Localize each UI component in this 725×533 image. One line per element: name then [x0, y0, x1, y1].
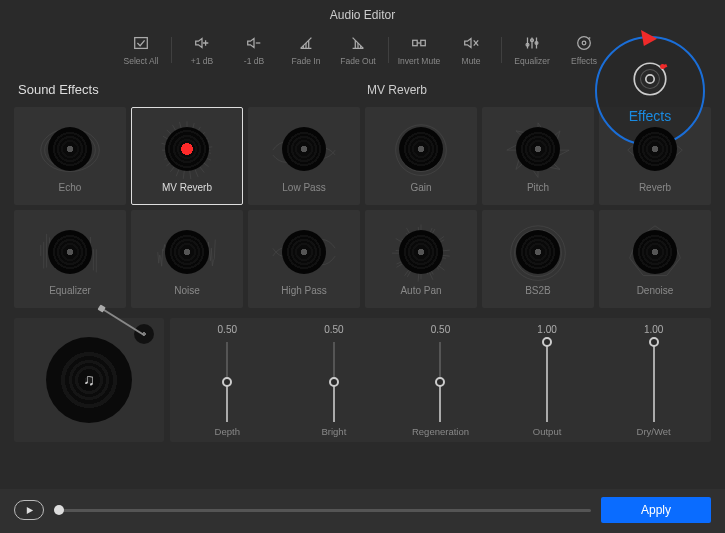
effect-label: MV Reverb	[162, 182, 212, 193]
toolbar-label: Fade In	[292, 56, 321, 66]
effect-high-pass[interactable]: High Pass	[248, 210, 360, 308]
toolbar-effects[interactable]: Effects	[562, 34, 606, 66]
vinyl-icon	[48, 230, 92, 274]
volume-up-icon	[193, 34, 211, 54]
slider-track[interactable]	[226, 342, 228, 422]
volume-down-icon	[245, 34, 263, 54]
slider-thumb[interactable]	[649, 337, 659, 347]
slider-value: 1.00	[537, 324, 556, 338]
effect-thumbnail	[382, 219, 460, 285]
slider-fill	[226, 382, 228, 422]
slider-value: 1.00	[644, 324, 663, 338]
effect-bs2b[interactable]: BS2B	[482, 210, 594, 308]
vinyl-icon	[165, 230, 209, 274]
toolbar-divider	[388, 37, 389, 63]
slider-track[interactable]	[439, 342, 441, 422]
play-button[interactable]	[14, 500, 44, 520]
parameter-sliders: 0.50 Depth 0.50 Bright 0.50 Regeneration…	[170, 318, 711, 442]
slider-output[interactable]: 1.00 Output	[502, 324, 592, 440]
toolbar-invert-mute[interactable]: Invert Mute	[397, 34, 441, 66]
toolbar-mute[interactable]: Mute	[449, 34, 493, 66]
slider-thumb[interactable]	[435, 377, 445, 387]
vinyl-icon	[633, 127, 677, 171]
slider-fill	[546, 342, 548, 422]
effect-thumbnail	[31, 219, 109, 285]
slider-fill	[653, 342, 655, 422]
toolbar-plus-1db[interactable]: +1 dB	[180, 34, 224, 66]
effect-gain[interactable]: Gain	[365, 107, 477, 205]
effect-label: Equalizer	[49, 285, 91, 296]
effect-thumbnail	[499, 219, 577, 285]
vinyl-icon	[399, 230, 443, 274]
effect-label: Echo	[59, 182, 82, 193]
slider-thumb[interactable]	[222, 377, 232, 387]
toolbar-label: Invert Mute	[398, 56, 441, 66]
toolbar-minus-1db[interactable]: -1 dB	[232, 34, 276, 66]
slider-thumb[interactable]	[329, 377, 339, 387]
effect-pitch[interactable]: Pitch	[482, 107, 594, 205]
vinyl-icon	[516, 127, 560, 171]
toolbar-label: -1 dB	[244, 56, 264, 66]
effect-noise[interactable]: Noise	[131, 210, 243, 308]
toolbar-label: Equalizer	[514, 56, 549, 66]
effect-auto-pan[interactable]: Auto Pan	[365, 210, 477, 308]
effect-thumbnail	[148, 219, 226, 285]
effect-denoise[interactable]: Denoise	[599, 210, 711, 308]
toolbar-divider	[501, 37, 502, 63]
toolbar-label: Select All	[124, 56, 159, 66]
slider-label: Bright	[321, 426, 346, 440]
toolbar-divider	[171, 37, 172, 63]
toolbar-equalizer[interactable]: Equalizer	[510, 34, 554, 66]
slider-bright[interactable]: 0.50 Bright	[289, 324, 379, 440]
select-all-icon	[132, 34, 150, 54]
apply-button[interactable]: Apply	[601, 497, 711, 523]
slider-thumb[interactable]	[542, 337, 552, 347]
slider-regeneration[interactable]: 0.50 Regeneration	[395, 324, 485, 440]
slider-fill	[439, 382, 441, 422]
playhead-thumb[interactable]	[54, 505, 64, 515]
preview-turntable	[14, 318, 164, 442]
effect-reverb[interactable]: Reverb	[599, 107, 711, 205]
effect-mv-reverb[interactable]: MV Reverb	[131, 107, 243, 205]
vinyl-icon	[633, 230, 677, 274]
fade-in-icon	[297, 34, 315, 54]
slider-track[interactable]	[653, 342, 655, 422]
effect-thumbnail	[616, 219, 694, 285]
toolbar-fade-in[interactable]: Fade In	[284, 34, 328, 66]
slider-dry-wet[interactable]: 1.00 Dry/Wet	[609, 324, 699, 440]
vinyl-icon	[46, 337, 132, 423]
slider-value: 0.50	[431, 324, 450, 338]
effect-equalizer[interactable]: Equalizer	[14, 210, 126, 308]
vinyl-icon	[282, 230, 326, 274]
slider-label: Dry/Wet	[637, 426, 671, 440]
slider-fill	[333, 382, 335, 422]
vinyl-icon	[165, 127, 209, 171]
svg-point-6	[578, 37, 591, 50]
effect-thumbnail	[148, 116, 226, 182]
slider-track[interactable]	[333, 342, 335, 422]
svg-point-7	[582, 41, 586, 45]
effect-label: Gain	[410, 182, 431, 193]
effect-thumbnail	[265, 219, 343, 285]
vinyl-icon	[282, 127, 326, 171]
slider-value: 0.50	[324, 324, 343, 338]
toolbar-label: Effects	[571, 56, 597, 66]
vinyl-icon	[516, 230, 560, 274]
toolbar: Select All +1 dB -1 dB Fade In Fade Out …	[0, 26, 725, 74]
toolbar-fade-out[interactable]: Fade Out	[336, 34, 380, 66]
slider-track[interactable]	[546, 342, 548, 422]
effect-thumbnail	[499, 116, 577, 182]
slider-depth[interactable]: 0.50 Depth	[182, 324, 272, 440]
effect-thumbnail	[382, 116, 460, 182]
playback-timeline[interactable]	[54, 509, 591, 512]
svg-rect-1	[413, 40, 418, 45]
effect-label: Low Pass	[282, 182, 325, 193]
svg-rect-0	[135, 38, 148, 49]
effect-label: Auto Pan	[400, 285, 441, 296]
effect-thumbnail	[265, 116, 343, 182]
effect-echo[interactable]: Echo	[14, 107, 126, 205]
effect-label: Noise	[174, 285, 200, 296]
effect-low-pass[interactable]: Low Pass	[248, 107, 360, 205]
toolbar-select-all[interactable]: Select All	[119, 34, 163, 66]
effects-icon	[575, 34, 593, 54]
